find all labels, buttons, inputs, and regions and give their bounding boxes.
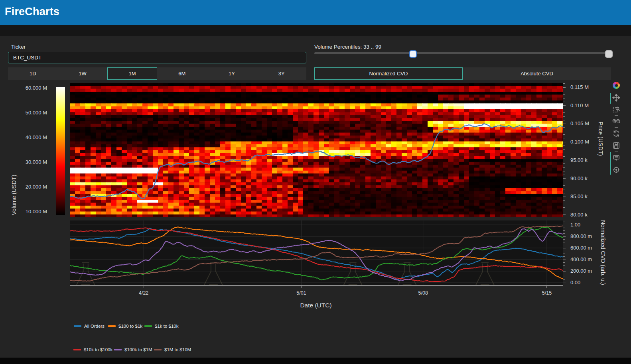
- cvd-tick-label: 600.00 m: [570, 245, 592, 251]
- cvd-button-absolute-cvd[interactable]: Absolute CVD: [463, 67, 611, 80]
- date-tick-label: 5/01: [296, 290, 306, 296]
- legend-item--1m-to-10m[interactable]: $1M to $10M: [154, 347, 191, 352]
- toggle-spikelines-icon[interactable]: [612, 165, 621, 174]
- range-button-3y[interactable]: 3Y: [256, 67, 306, 80]
- volume-tick-label: 20.000 M: [3, 184, 47, 190]
- price-axis-tick: [563, 160, 566, 160]
- price-tick-label: 0.105 M: [570, 120, 589, 126]
- cvd-axis-tick: [563, 236, 566, 237]
- range-button-1y[interactable]: 1Y: [207, 67, 257, 80]
- price-axis-tick: [563, 207, 565, 208]
- date-tick-label: 5/15: [542, 290, 552, 296]
- range-button-1m[interactable]: 1M: [107, 67, 157, 80]
- cvd-axis-tick: [563, 260, 566, 260]
- range-button-1d[interactable]: 1D: [8, 67, 58, 80]
- legend-swatch: [74, 325, 81, 327]
- modebar-separator: [615, 152, 618, 152]
- legend-item-all-orders[interactable]: All Orders: [74, 324, 105, 329]
- volume-tick-label: 10.000 M: [3, 209, 47, 214]
- toggle-hover-icon[interactable]: [612, 153, 621, 162]
- save-image-icon[interactable]: [612, 141, 621, 150]
- price-axis-tick: [563, 102, 565, 102]
- cvd-button-normalized-cvd[interactable]: Normalized CVD: [314, 67, 463, 80]
- cvd-axis-tick: [563, 262, 565, 263]
- legend-label: $1k to $10k: [155, 324, 178, 329]
- cvd-mode-button-group: Normalized CVDAbsolute CVD: [314, 67, 611, 80]
- price-axis-tick: [563, 153, 565, 153]
- price-tick-label: 85.00 k: [570, 193, 588, 199]
- legend-swatch: [114, 349, 122, 350]
- range-button-6m[interactable]: 6M: [157, 67, 207, 80]
- cvd-axis-tick: [563, 279, 565, 280]
- cvd-axis-title: Normalized CVD (arb. u.): [600, 220, 606, 285]
- price-axis-tick: [563, 127, 565, 128]
- volume-tick-label: 50.000 M: [3, 110, 47, 116]
- percentile-slider-track[interactable]: [314, 52, 611, 54]
- cvd-tick-label: 0.00: [570, 279, 580, 285]
- legend-label: All Orders: [84, 324, 105, 329]
- price-axis-tick: [563, 105, 566, 106]
- zoom-in-out-icon[interactable]: [612, 117, 621, 126]
- cvd-axis-tick: [563, 228, 565, 228]
- volume-tick-label: 30.000 M: [3, 159, 47, 165]
- price-axis-tick: [563, 98, 565, 98]
- price-tick-label: 95.00 k: [570, 157, 588, 163]
- price-tick-label: 0.110 M: [570, 102, 589, 108]
- cvd-axis-tick: [563, 271, 566, 272]
- box-zoom-icon[interactable]: [612, 105, 621, 114]
- price-axis-tick: [563, 193, 565, 193]
- legend-label: $100 to $1k: [118, 324, 142, 329]
- price-axis-tick: [563, 116, 565, 117]
- date-axis-tick: [301, 286, 302, 288]
- price-axis-tick: [563, 131, 565, 131]
- cvd-axis-tick: [563, 268, 565, 268]
- legend-item--100-to-1k[interactable]: $100 to $1k: [108, 324, 142, 329]
- cvd-axis-tick: [563, 245, 565, 245]
- ticker-input[interactable]: [8, 52, 306, 63]
- pan-icon[interactable]: [612, 93, 621, 102]
- price-axis-title: Price (USDT): [597, 122, 604, 156]
- volume-axis-title: Volume (USDT): [11, 167, 17, 223]
- price-axis-tick: [563, 91, 565, 91]
- time-range-button-group: 1D1W1M6M1Y3Y: [8, 67, 306, 80]
- plotly-logo-icon[interactable]: [613, 82, 620, 89]
- price-tick-label: 0.115 M: [570, 84, 589, 90]
- cvd-axis-tick: [563, 230, 565, 231]
- legend-swatch: [73, 349, 81, 350]
- legend-item--1k-to-10k[interactable]: $1k to $10k: [144, 324, 178, 329]
- volume-percentiles-label: Volume Percentiles: 33 .. 99: [314, 44, 381, 50]
- price-axis-tick: [563, 112, 565, 113]
- modebar-active-indicator: [610, 93, 611, 104]
- price-axis-tick: [563, 189, 565, 189]
- cvd-axis-tick: [563, 248, 566, 248]
- legend-item--100k-to-1m[interactable]: $100k to $1M: [114, 347, 152, 352]
- legend-item--10k-to-100k[interactable]: $10k to $100k: [73, 347, 112, 352]
- volume-heatmap-plot[interactable]: [70, 83, 563, 217]
- percentile-slider-handle-high[interactable]: [605, 50, 613, 58]
- app-title: FireCharts: [5, 6, 59, 18]
- price-axis-tick: [563, 83, 565, 84]
- legend-label: $100k to $1M: [124, 347, 152, 352]
- price-axis-tick: [563, 185, 565, 186]
- modebar-separator: [615, 127, 618, 128]
- cvd-axis-tick: [563, 254, 565, 254]
- modebar-active-indicator: [610, 152, 611, 175]
- app-header: FireCharts: [0, 0, 631, 25]
- legend-swatch: [144, 325, 152, 327]
- range-button-1w[interactable]: 1W: [58, 67, 108, 80]
- price-axis-tick: [563, 200, 565, 201]
- cvd-line-plot[interactable]: [70, 220, 563, 285]
- cvd-axis-tick: [563, 265, 565, 266]
- price-tick-label: 90.00 k: [570, 175, 588, 181]
- cvd-axis-tick: [563, 242, 565, 242]
- autoscale-icon[interactable]: [612, 129, 621, 138]
- volume-tick-label: 60.000 M: [3, 85, 47, 91]
- date-axis-title: Date (UTC): [300, 302, 331, 309]
- price-axis-tick: [563, 175, 565, 175]
- subheader-strip: [0, 25, 631, 36]
- price-axis-tick: [563, 120, 565, 120]
- percentile-slider-handle-low[interactable]: [409, 50, 417, 58]
- date-axis-tick: [546, 286, 547, 288]
- modebar-separator: [615, 115, 618, 116]
- cvd-axis-tick: [563, 251, 565, 251]
